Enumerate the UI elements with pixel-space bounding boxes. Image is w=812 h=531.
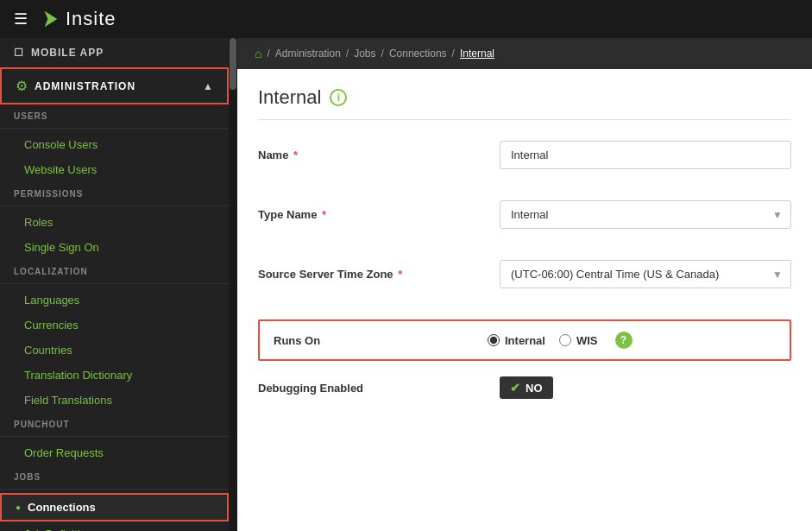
type-name-required: * [318,208,326,221]
hamburger-icon[interactable]: ☰ [14,9,28,28]
localization-section-label: LOCALIZATION [0,260,229,280]
radio-wis-label: WIS [576,334,598,347]
scroll-thumb [230,38,236,90]
permissions-section-label: PERMISSIONS [0,182,229,202]
breadcrumb-connections[interactable]: Connections [389,47,447,60]
home-icon[interactable]: ⌂ [255,47,261,60]
breadcrumb: ⌂ / Administration / Jobs / Connections … [237,38,812,69]
sidebar-item-field-translations[interactable]: Field Translations [0,388,229,413]
sidebar-item-translation-dictionary[interactable]: Translation Dictionary [0,363,229,388]
radio-internal-input[interactable] [488,334,500,346]
radio-group: Internal WIS ? [488,332,633,349]
scroll-track[interactable] [229,38,237,531]
debug-no-badge[interactable]: ✔ NO [500,376,553,399]
sidebar-item-languages[interactable]: Languages [0,288,229,313]
debug-row: Debugging Enabled ✔ NO [258,376,791,399]
radio-wis-input[interactable] [559,334,571,346]
logo-area: Insite [41,8,116,30]
help-icon[interactable]: ? [615,332,633,349]
name-required: * [290,149,298,161]
name-input[interactable] [500,141,791,169]
chevron-up-icon: ▲ [203,80,213,92]
type-name-select-wrapper: Internal External WIS ▼ [500,200,791,229]
jobs-section-label: JOBS [0,465,229,485]
info-icon[interactable]: i [330,89,347,106]
timezone-required: * [395,268,403,281]
page-title-row: Internal i [258,86,791,120]
logo-icon [41,9,60,28]
sidebar-item-countries[interactable]: Countries [0,338,229,363]
type-name-select[interactable]: Internal External WIS [500,200,791,229]
runs-on-label: Runs On [274,334,488,347]
gear-icon: ⚙ [16,78,28,94]
sidebar-item-console-users[interactable]: Console Users [0,132,229,157]
divider [0,283,229,284]
radio-internal-label: Internal [505,334,545,347]
top-nav: ☰ Insite [0,0,812,38]
sidebar-item-website-users[interactable]: Website Users [0,157,229,182]
svg-marker-0 [45,11,58,27]
logo-text: Insite [66,8,116,30]
type-name-label: Type Name * [258,208,500,221]
name-label: Name * [258,149,500,161]
users-section-label: USERS [0,104,229,124]
active-dot: ● [16,503,21,512]
runs-on-row: Runs On Internal WIS ? [258,319,791,361]
sidebar: ☐ MOBILE APP ⚙ ADMINISTRATION ▲ USERS Co… [0,38,229,531]
mobile-icon: ☐ [14,47,24,59]
page-content: Internal i Name * Type Name * Internal [237,69,812,531]
radio-wis[interactable]: WIS [559,334,598,347]
timezone-label: Source Server Time Zone * [258,268,500,281]
content-area: ⌂ / Administration / Jobs / Connections … [237,38,812,531]
divider [0,128,229,129]
timezone-select[interactable]: (UTC-06:00) Central Time (US & Canada) [500,260,791,288]
breadcrumb-sep-2: / [346,47,349,60]
breadcrumb-sep-4: / [452,47,455,60]
divider [0,205,229,206]
check-icon: ✔ [510,381,520,395]
timezone-row: Source Server Time Zone * (UTC-06:00) Ce… [258,260,791,304]
sidebar-item-order-requests[interactable]: Order Requests [0,440,229,465]
sidebar-item-job-definitions[interactable]: Job Definitions [0,522,229,531]
breadcrumb-sep-3: / [381,47,384,60]
breadcrumb-sep-1: / [267,47,269,60]
sidebar-item-single-sign-on[interactable]: Single Sign On [0,235,229,260]
sidebar-item-currencies[interactable]: Currencies [0,313,229,338]
punchout-section-label: PUNCHOUT [0,413,229,433]
sidebar-item-mobile-app[interactable]: ☐ MOBILE APP [0,38,229,67]
breadcrumb-jobs[interactable]: Jobs [354,47,375,60]
sidebar-group-administration[interactable]: ⚙ ADMINISTRATION ▲ [0,67,229,104]
type-name-row: Type Name * Internal External WIS ▼ [258,200,791,244]
debug-value: NO [526,382,543,395]
breadcrumb-current: Internal [460,47,494,60]
timezone-select-wrapper: (UTC-06:00) Central Time (US & Canada) ▼ [500,260,791,288]
main-layout: ☐ MOBILE APP ⚙ ADMINISTRATION ▲ USERS Co… [0,38,812,531]
divider [0,489,229,490]
divider [0,436,229,437]
administration-label: ADMINISTRATION [35,80,196,92]
radio-internal[interactable]: Internal [488,334,545,347]
page-title: Internal [258,86,321,109]
mobile-app-label: MOBILE APP [31,47,104,59]
connections-label: Connections [28,501,96,514]
name-row: Name * [258,141,791,185]
sidebar-item-roles[interactable]: Roles [0,210,229,235]
sidebar-item-connections[interactable]: ● Connections [0,493,229,522]
breadcrumb-administration[interactable]: Administration [275,47,341,60]
debug-label: Debugging Enabled [258,382,500,395]
